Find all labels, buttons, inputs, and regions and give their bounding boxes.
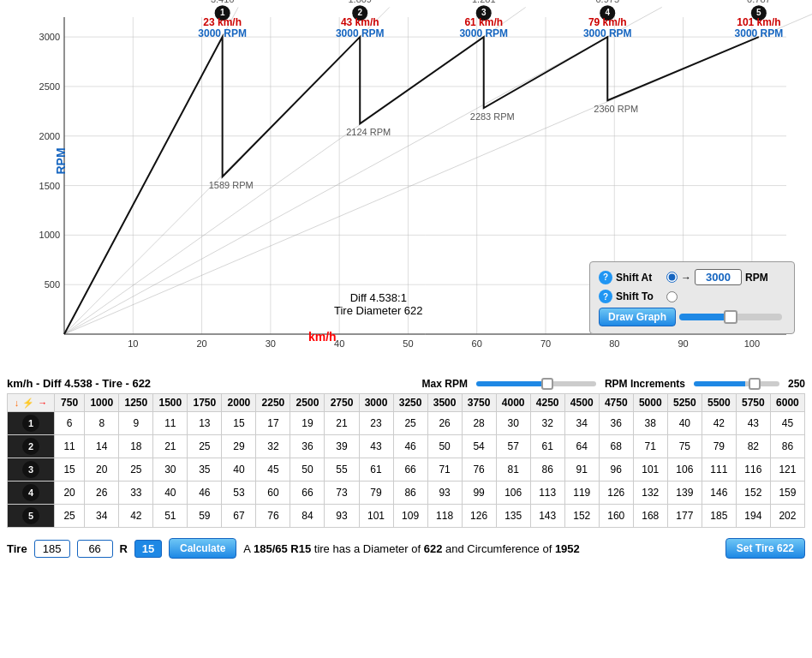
speed-cell: 202 [770, 505, 804, 528]
speed-cell: 119 [564, 482, 599, 505]
speed-cell: 67 [222, 505, 256, 528]
speed-cell: 30 [496, 412, 530, 435]
speed-cell: 50 [427, 435, 462, 458]
tire-width-input[interactable] [34, 540, 70, 558]
speed-cell: 126 [462, 505, 496, 528]
speed-cell: 139 [667, 482, 702, 505]
shift-to-help-icon[interactable]: ? [599, 290, 612, 303]
speed-cell: 101 [633, 458, 667, 482]
rpm-inc-label: RPM Increments [605, 378, 685, 390]
bolt-icon: ⚡ [22, 398, 34, 409]
speed-cell: 159 [770, 482, 804, 505]
speed-cell: 71 [427, 458, 462, 482]
speed-cell: 79 [359, 482, 393, 505]
speed-cell: 19 [290, 412, 325, 435]
col-4750: 4750 [599, 394, 633, 412]
speed-cell: 143 [530, 505, 564, 528]
col-750: 750 [54, 394, 84, 412]
speed-cell: 11 [54, 435, 84, 458]
speed-cell: 39 [325, 435, 359, 458]
tire-rim-input[interactable] [134, 540, 162, 558]
speed-cell: 20 [54, 482, 84, 505]
speed-cell: 40 [153, 482, 188, 505]
col-2500: 2500 [290, 394, 325, 412]
speed-cell: 121 [770, 458, 804, 482]
right-arrow-icon: → [38, 398, 47, 408]
table-header: km/h - Diff 4.538 - Tire - 622 Max RPM R… [7, 377, 805, 390]
speed-cell: 42 [702, 412, 736, 435]
speed-cell: 25 [54, 505, 84, 528]
speed-cell: 113 [530, 482, 564, 505]
speed-cell: 32 [530, 412, 564, 435]
shift-to-label: Shift To [616, 290, 663, 302]
speed-cell: 81 [496, 458, 530, 482]
speed-cell: 86 [770, 435, 804, 458]
table-row: 1689111315171921232526283032343638404243… [8, 412, 805, 435]
table-row: 4202633404653606673798693991061131191261… [8, 482, 805, 505]
table-row: 5253442515967768493101109118126135143152… [8, 505, 805, 528]
shift-to-radio[interactable] [666, 291, 678, 302]
col-1000: 1000 [85, 394, 119, 412]
speed-cell: 126 [599, 482, 633, 505]
speed-cell: 34 [564, 412, 599, 435]
speed-cell: 66 [393, 458, 427, 482]
speed-cell: 111 [702, 458, 736, 482]
speed-cell: 50 [290, 458, 325, 482]
speed-cell: 42 [119, 505, 153, 528]
tire-aspect-input[interactable] [77, 540, 113, 558]
arrow-icon: → [681, 272, 691, 284]
speed-cell: 99 [462, 482, 496, 505]
speed-cell: 71 [633, 435, 667, 458]
max-rpm-slider[interactable] [476, 381, 596, 386]
speed-cell: 64 [564, 435, 599, 458]
speed-cell: 25 [393, 412, 427, 435]
speed-cell: 109 [393, 505, 427, 528]
graph-slider[interactable] [679, 314, 782, 320]
chart-area: RPM Diff 4.538:1 Tire Diameter 622 km/h … [0, 0, 812, 377]
speed-cell: 29 [222, 435, 256, 458]
speed-cell: 25 [188, 435, 222, 458]
x-axis-label: km/h [308, 330, 337, 344]
col-2750: 2750 [325, 394, 359, 412]
shift-at-rpm-input[interactable] [695, 269, 742, 285]
speed-cell: 33 [119, 482, 153, 505]
gear-col-header: ↓ ⚡ → [8, 394, 55, 412]
speed-cell: 194 [736, 505, 770, 528]
gear-cell: 4 [8, 482, 55, 505]
col-3000: 3000 [359, 394, 393, 412]
speed-cell: 25 [119, 458, 153, 482]
speed-cell: 135 [496, 505, 530, 528]
col-5500: 5500 [702, 394, 736, 412]
shift-at-help-icon[interactable]: ? [599, 271, 612, 284]
gear-cell: 5 [8, 505, 55, 528]
speed-cell: 51 [153, 505, 188, 528]
speed-cell: 116 [736, 458, 770, 482]
speed-cell: 168 [633, 505, 667, 528]
draw-graph-button[interactable]: Draw Graph [599, 308, 676, 326]
speed-cell: 26 [427, 412, 462, 435]
gear-table: ↓ ⚡ → 750 1000 1250 1500 1750 2000 2250 … [7, 393, 805, 528]
tire-diameter-val: 622 [424, 542, 443, 555]
speed-cell: 76 [462, 458, 496, 482]
down-icon: ↓ [15, 398, 20, 408]
speed-cell: 45 [256, 458, 290, 482]
speed-cell: 53 [222, 482, 256, 505]
control-panel: ? Shift At → RPM ? Shift To Draw Graph [589, 261, 795, 334]
gear-cell: 3 [8, 458, 55, 482]
speed-cell: 17 [256, 412, 290, 435]
speed-cell: 21 [153, 435, 188, 458]
speed-cell: 160 [599, 505, 633, 528]
speed-cell: 61 [359, 458, 393, 482]
speed-cell: 76 [256, 505, 290, 528]
speed-cell: 68 [599, 435, 633, 458]
speed-cell: 86 [393, 482, 427, 505]
shift-at-radio[interactable] [666, 272, 678, 283]
calculate-button[interactable]: Calculate [169, 538, 236, 559]
rpm-inc-slider[interactable] [694, 381, 779, 386]
set-tire-button[interactable]: Set Tire 622 [725, 538, 805, 559]
speed-cell: 177 [667, 505, 702, 528]
speed-cell: 93 [427, 482, 462, 505]
speed-cell: 45 [770, 412, 804, 435]
gear-cell: 2 [8, 435, 55, 458]
chart-info: Diff 4.538:1 Tire Diameter 622 [334, 291, 423, 317]
